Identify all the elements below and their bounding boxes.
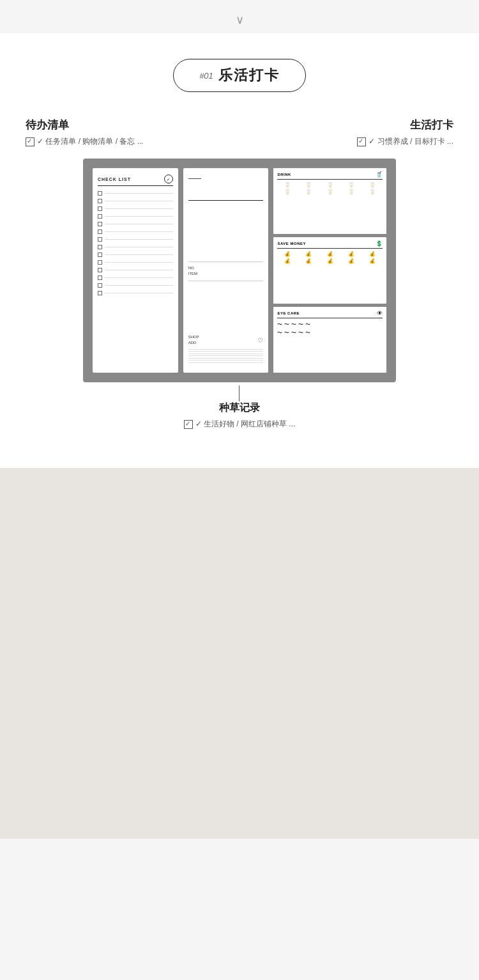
notebook-illustration: CHECK LIST ✓ bbox=[83, 159, 396, 430]
cup-1: 🥛 bbox=[277, 182, 297, 188]
cl-checkbox-10 bbox=[98, 260, 102, 265]
cl-checkbox-2 bbox=[98, 199, 102, 203]
feature-section: #01 乐活打卡 待办清单 ✓ 任务清单 / 购物清单 / 备忘 ... 生活打… bbox=[0, 33, 479, 468]
feature-item-todo: 待办清单 ✓ 任务清单 / 购物清单 / 备忘 ... bbox=[26, 118, 231, 147]
save-money-title: SAVE MONEY bbox=[277, 242, 306, 245]
cl-item-12 bbox=[98, 276, 173, 280]
shop-lines bbox=[188, 349, 264, 363]
chevron-down-icon: ∨ bbox=[236, 13, 244, 27]
coin-1: 💰 bbox=[277, 251, 297, 257]
notebook-page-middle: NO. ITEM SHOP ADD ♡ bbox=[183, 168, 269, 373]
ann-text-bottom: 种草记录 ✓ 生活好物 / 网红店铺种草 ... bbox=[184, 401, 296, 430]
eye-6: 〜 bbox=[277, 329, 282, 336]
cl-line-12 bbox=[105, 277, 173, 278]
feature-desc-life: ✓ 习惯养成 / 目标打卡 ... bbox=[248, 136, 453, 147]
checklist-circle: ✓ bbox=[164, 175, 173, 183]
title-badge: #01 乐活打卡 bbox=[173, 59, 306, 92]
heart-icon: ♡ bbox=[257, 337, 263, 344]
check-icon-life bbox=[357, 137, 366, 146]
coin-5: 💰 bbox=[363, 251, 383, 257]
shop-line-4 bbox=[188, 355, 264, 356]
eye-10: 〜 bbox=[305, 329, 310, 336]
coin-4: 💰 bbox=[341, 251, 361, 257]
cup-7: 🥛 bbox=[299, 189, 319, 195]
shop-title: SHOP ADD bbox=[188, 334, 199, 346]
cl-item-4 bbox=[98, 214, 173, 219]
eye-1: 〜 bbox=[277, 321, 282, 328]
shop-line-6 bbox=[188, 360, 264, 361]
mid-dash bbox=[188, 178, 201, 179]
cl-item-11 bbox=[98, 268, 173, 272]
cl-checkbox-1 bbox=[98, 191, 102, 196]
cl-line-13 bbox=[105, 285, 173, 286]
cup-2: 🥛 bbox=[299, 182, 319, 188]
cup-8: 🥛 bbox=[320, 189, 340, 195]
coin-2: 💰 bbox=[299, 251, 319, 257]
cl-line-14 bbox=[105, 293, 173, 293]
drink-cups-grid: 🥛 🥛 🥛 🥛 🥛 🥛 🥛 🥛 🥛 🥛 bbox=[277, 182, 383, 195]
photo-section: CHECK LIST 5/9 Milktea Reading Cafe Time… bbox=[0, 468, 479, 839]
cl-line-3 bbox=[105, 208, 173, 209]
cl-item-3 bbox=[98, 206, 173, 211]
feature-desc-todo: ✓ 任务清单 / 购物清单 / 备忘 ... bbox=[26, 136, 231, 147]
cl-checkbox-13 bbox=[98, 283, 102, 288]
cl-item-10 bbox=[98, 260, 173, 265]
mid-shop-section: SHOP ADD ♡ bbox=[188, 334, 264, 366]
shop-line-2 bbox=[188, 351, 264, 352]
notebook-right-column: DRINK 🥤 🥛 🥛 🥛 🥛 🥛 🥛 🥛 🥛 🥛 🥛 bbox=[273, 168, 386, 373]
cl-checkbox-9 bbox=[98, 253, 102, 257]
coin-6: 💰 bbox=[277, 258, 297, 264]
cl-checkbox-14 bbox=[98, 291, 102, 295]
eye-care-title: EYE CARE bbox=[277, 311, 300, 315]
cl-line-7 bbox=[105, 239, 173, 240]
cl-item-8 bbox=[98, 245, 173, 249]
shop-line-3 bbox=[188, 354, 264, 354]
eye-4: 〜 bbox=[298, 321, 303, 328]
cl-checkbox-3 bbox=[98, 206, 102, 211]
mid-top-section bbox=[188, 175, 264, 201]
drink-card: DRINK 🥤 🥛 🥛 🥛 🥛 🥛 🥛 🥛 🥛 🥛 🥛 bbox=[273, 168, 386, 234]
eye-icons-row2: 〜 〜 〜 〜 〜 bbox=[277, 329, 383, 336]
eye-care-card: EYE CARE 👁 〜 〜 〜 〜 〜 〜 〜 〜 〜 bbox=[273, 307, 386, 373]
badge-title: 乐活打卡 bbox=[218, 66, 280, 85]
eye-8: 〜 bbox=[291, 329, 296, 336]
cup-6: 🥛 bbox=[277, 189, 297, 195]
eye-2: 〜 bbox=[284, 321, 289, 328]
save-money-card: SAVE MONEY 💲 💰 💰 💰 💰 💰 💰 💰 💰 💰 💰 bbox=[273, 237, 386, 303]
shop-line-1 bbox=[188, 349, 264, 350]
chevron-section: ∨ bbox=[0, 0, 479, 33]
cl-line-1 bbox=[105, 193, 173, 194]
feature-row-top: 待办清单 ✓ 任务清单 / 购物清单 / 备忘 ... 生活打卡 ✓ 习惯养成 … bbox=[19, 118, 460, 147]
cl-checkbox-11 bbox=[98, 268, 102, 272]
cl-line-8 bbox=[105, 247, 173, 247]
check-icon-bottom bbox=[184, 420, 193, 429]
coin-9: 💰 bbox=[341, 258, 361, 264]
cl-checkbox-7 bbox=[98, 237, 102, 242]
cl-item-14 bbox=[98, 291, 173, 295]
cup-5: 🥛 bbox=[363, 182, 383, 188]
cup-4: 🥛 bbox=[341, 182, 361, 188]
cl-line-2 bbox=[105, 201, 173, 201]
cup-9: 🥛 bbox=[341, 189, 361, 195]
check-icon-todo bbox=[26, 137, 34, 146]
shop-line-5 bbox=[188, 358, 264, 359]
cl-checkbox-12 bbox=[98, 276, 102, 280]
cl-checkbox-6 bbox=[98, 229, 102, 234]
checklist-header: CHECK LIST ✓ bbox=[98, 175, 173, 186]
feature-item-life: 生活打卡 ✓ 习惯养成 / 目标打卡 ... bbox=[248, 118, 453, 147]
mid-no-item-section: NO. ITEM bbox=[188, 261, 264, 281]
eye-7: 〜 bbox=[284, 329, 289, 336]
feature-title-todo: 待办清单 bbox=[26, 118, 231, 132]
drink-header: DRINK 🥤 bbox=[277, 171, 383, 180]
ann-desc-bottom: ✓ 生活好物 / 网红店铺种草 ... bbox=[184, 419, 296, 430]
cup-10: 🥛 bbox=[363, 189, 383, 195]
cl-checkbox-4 bbox=[98, 214, 102, 219]
shop-header: SHOP ADD ♡ bbox=[188, 334, 264, 346]
cl-item-13 bbox=[98, 283, 173, 288]
coin-3: 💰 bbox=[320, 251, 340, 257]
cl-item-1 bbox=[98, 191, 173, 196]
bottom-annotation: 种草记录 ✓ 生活好物 / 网红店铺种草 ... bbox=[83, 385, 396, 430]
eye-3: 〜 bbox=[291, 321, 296, 328]
money-coins-grid: 💰 💰 💰 💰 💰 💰 💰 💰 💰 💰 bbox=[277, 251, 383, 264]
cl-item-6 bbox=[98, 229, 173, 234]
